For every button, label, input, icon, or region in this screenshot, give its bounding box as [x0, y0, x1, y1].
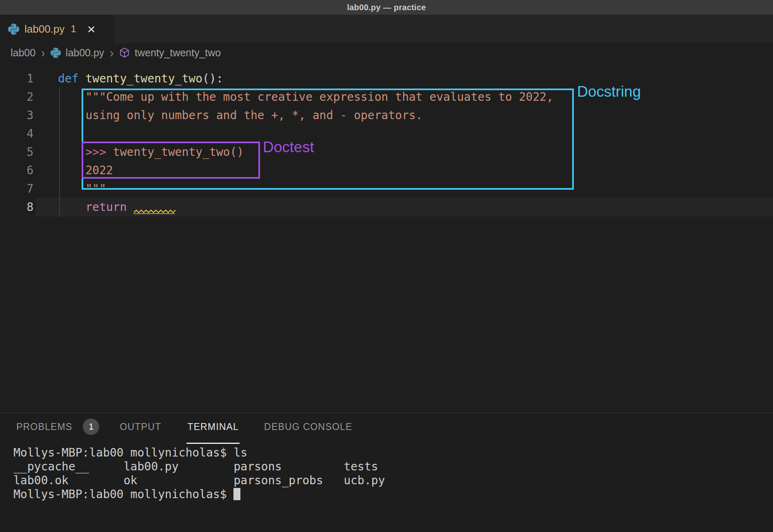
problems-count-badge: 1	[83, 419, 99, 435]
terminal-output[interactable]: Mollys-MBP:lab00 mollynicholas$ ls__pyca…	[0, 446, 773, 501]
tab-bar: lab00.py 1 ×	[0, 15, 773, 43]
tab-modified-badge: 1	[71, 23, 76, 35]
line-number[interactable]: 6	[0, 161, 33, 180]
tab-terminal[interactable]: TERMINAL	[187, 413, 240, 444]
line-number[interactable]: 1	[0, 69, 33, 88]
tab-label: lab00.py	[24, 23, 64, 35]
breadcrumb: lab00 › lab00.py › twenty_twenty_two	[0, 43, 773, 62]
line-number[interactable]: 4	[0, 124, 33, 143]
breadcrumb-item-folder[interactable]: lab00	[11, 47, 36, 59]
breadcrumb-item-symbol[interactable]: twenty_twenty_two	[135, 47, 221, 59]
title-bar[interactable]: lab00.py — practice	[0, 0, 773, 15]
breadcrumb-item-file[interactable]: lab00.py	[66, 47, 104, 59]
chevron-right-icon: ›	[109, 45, 114, 60]
window-title: lab00.py — practice	[347, 3, 426, 12]
line-number[interactable]: 7	[0, 180, 33, 198]
line-number[interactable]: 2	[0, 88, 33, 106]
tab-lab00-py[interactable]: lab00.py 1 ×	[0, 15, 114, 43]
panel-tabs: PROBLEMS 1 OUTPUT TERMINAL DEBUG CONSOLE	[0, 413, 773, 444]
terminal-line: lab00.ok ok parsons_probs ucb.py	[13, 474, 773, 488]
code-line[interactable]: """	[58, 180, 553, 198]
python-icon	[51, 48, 61, 58]
code-line[interactable]: 2022	[58, 161, 553, 180]
chevron-right-icon: ›	[40, 45, 46, 60]
tab-output[interactable]: OUTPUT	[119, 413, 162, 443]
tab-problems[interactable]: PROBLEMS	[16, 413, 73, 443]
code-line[interactable]: using only numbers and the +, *, and - o…	[58, 106, 553, 124]
gutter[interactable]: 12345678	[0, 69, 33, 216]
close-icon[interactable]: ×	[87, 22, 96, 36]
code-line[interactable]: return ______	[58, 198, 553, 216]
vscode-window: lab00.py — practice lab00.py 1 × lab00 ›…	[0, 0, 773, 532]
code-line[interactable]: """Come up with the most creative expres…	[58, 88, 553, 106]
tab-debug-console[interactable]: DEBUG CONSOLE	[263, 413, 353, 443]
terminal-line: Mollys-MBP:lab00 mollynicholas$ ls	[13, 446, 773, 460]
warning-squiggle-icon	[133, 209, 176, 213]
line-number[interactable]: 8	[0, 198, 33, 216]
terminal-cursor	[233, 488, 240, 500]
symbol-method-cube-icon	[119, 47, 130, 58]
bottom-panel: PROBLEMS 1 OUTPUT TERMINAL DEBUG CONSOLE…	[0, 413, 773, 532]
python-icon	[8, 24, 19, 35]
terminal-line: Mollys-MBP:lab00 mollynicholas$	[13, 488, 773, 501]
doctest-annotation-label: Doctest	[263, 139, 314, 156]
line-number[interactable]: 3	[0, 106, 33, 124]
code-line[interactable]: def twenty_twenty_two():	[58, 69, 553, 88]
line-number[interactable]: 5	[0, 143, 33, 161]
terminal-line: __pycache__ lab00.py parsons tests	[13, 460, 773, 474]
docstring-annotation-label: Docstring	[577, 83, 641, 100]
editor[interactable]: 12345678 def twenty_twenty_two(): """Com…	[0, 62, 773, 413]
